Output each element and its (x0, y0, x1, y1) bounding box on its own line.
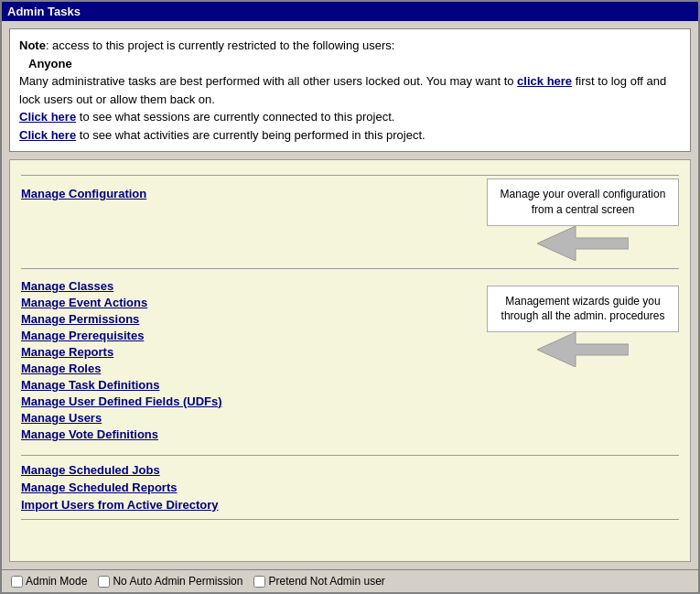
admin-tasks-window: Admin Tasks Note: access to this project… (0, 0, 700, 594)
note-box: Note: access to this project is currentl… (9, 28, 691, 152)
manage-task-definitions-link[interactable]: Manage Task Definitions (21, 378, 222, 392)
separator-3 (21, 519, 679, 520)
no-auto-admin-checkbox-label[interactable]: No Auto Admin Permission (98, 575, 242, 588)
callout-2-box: Management wizards guide you through all… (487, 286, 679, 333)
no-auto-admin-label: No Auto Admin Permission (113, 575, 242, 588)
manage-roles-link[interactable]: Manage Roles (21, 362, 222, 375)
callout-2-arrow (537, 332, 629, 367)
bottom-links-group: Manage Scheduled Jobs Manage Scheduled R… (21, 463, 679, 512)
admin-mode-label: Admin Mode (26, 575, 87, 588)
manage-udfs-link[interactable]: Manage User Defined Fields (UDFs) (21, 394, 222, 408)
no-auto-admin-checkbox[interactable] (98, 576, 110, 588)
note-text5: to see what activities are currently bei… (76, 128, 425, 142)
anyone-text: Anyone (28, 55, 681, 73)
title-bar: Admin Tasks (2, 2, 698, 21)
svg-marker-0 (537, 226, 629, 261)
svg-marker-1 (537, 332, 629, 367)
manage-configuration-link[interactable]: Manage Configuration (21, 187, 146, 200)
separator-2 (21, 455, 679, 456)
click-here-1-link[interactable]: click here (517, 74, 572, 88)
links-callout-row: Manage Classes Manage Event Actions Mana… (21, 276, 679, 448)
note-line-4: Click here to see what activities are cu… (19, 126, 681, 145)
manage-permissions-link[interactable]: Manage Permissions (21, 312, 222, 326)
links-group: Manage Classes Manage Event Actions Mana… (21, 276, 222, 444)
manage-users-link[interactable]: Manage Users (21, 411, 222, 425)
manage-scheduled-reports-link[interactable]: Manage Scheduled Reports (21, 481, 679, 494)
manage-reports-link[interactable]: Manage Reports (21, 345, 222, 359)
pretend-not-admin-label: Pretend Not Admin user (268, 575, 384, 588)
manage-classes-link[interactable]: Manage Classes (21, 279, 222, 293)
callout-1-container: Manage your overall configuration from a… (487, 178, 679, 261)
bottom-bar: Admin Mode No Auto Admin Permission Pret… (2, 569, 698, 592)
main-section: Manage Configuration Manage your overall… (9, 159, 691, 562)
note-line-2: Many administrative tasks are best perfo… (19, 72, 681, 108)
manage-vote-definitions-link[interactable]: Manage Vote Definitions (21, 427, 222, 441)
admin-mode-checkbox[interactable] (11, 576, 23, 588)
admin-mode-checkbox-label[interactable]: Admin Mode (11, 575, 87, 588)
note-line-3: Click here to see what sessions are curr… (19, 108, 681, 126)
note-label: Note (19, 38, 46, 52)
note-line-1: Note: access to this project is currentl… (19, 37, 681, 55)
config-row: Manage Configuration Manage your overall… (21, 183, 679, 261)
content-area: Note: access to this project is currentl… (2, 21, 698, 569)
callout-1-text: Manage your overall configuration from a… (501, 188, 666, 216)
window-title: Admin Tasks (7, 5, 81, 18)
callout-2-text: Management wizards guide you through all… (501, 295, 665, 323)
separator-top (21, 175, 679, 176)
click-here-2-link[interactable]: Click here (19, 110, 76, 124)
callout-2-container: Management wizards guide you through all… (487, 286, 679, 368)
manage-scheduled-jobs-link[interactable]: Manage Scheduled Jobs (21, 463, 679, 477)
note-text2: Many administrative tasks are best perfo… (19, 74, 517, 88)
pretend-not-admin-checkbox-label[interactable]: Pretend Not Admin user (253, 575, 384, 588)
click-here-3-link[interactable]: Click here (19, 128, 76, 142)
callout-1-box: Manage your overall configuration from a… (487, 178, 679, 226)
separator-1 (21, 268, 679, 269)
import-users-link[interactable]: Import Users from Active Directory (21, 498, 679, 512)
manage-prerequisites-link[interactable]: Manage Prerequisites (21, 329, 222, 342)
manage-event-actions-link[interactable]: Manage Event Actions (21, 296, 222, 309)
note-text1: : access to this project is currently re… (46, 38, 395, 52)
pretend-not-admin-checkbox[interactable] (253, 576, 265, 588)
callout-1-arrow (537, 226, 629, 261)
note-text4: to see what sessions are currently conne… (76, 110, 394, 124)
